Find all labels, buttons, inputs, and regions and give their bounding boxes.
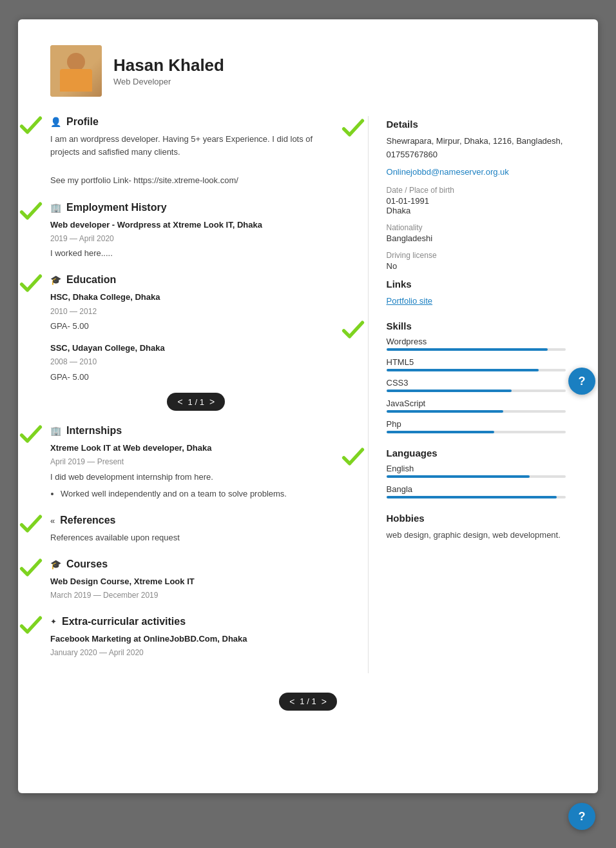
education-icon: 🎓 — [50, 275, 61, 285]
avatar — [50, 45, 102, 97]
pagination-bottom-label: 1 / 1 — [300, 696, 316, 706]
references-icon: « — [50, 516, 55, 526]
education-body: HSC, Dhaka College, Dhaka 2010 — 2012 GP… — [50, 291, 342, 384]
courses-title: Courses — [66, 558, 108, 570]
skill-name-javascript: JavaScript — [387, 399, 566, 408]
resume-page: Hasan Khaled Web Developer 👤 Profile I a… — [18, 19, 598, 793]
extracurricular-title: Extra-curricular activities — [62, 616, 186, 627]
courses-header: 🎓 Courses — [50, 558, 342, 570]
employment-checkmark — [19, 199, 43, 222]
extracurricular-checkmark — [19, 613, 43, 636]
driving-label: Driving license — [387, 251, 566, 260]
pagination-mid-label: 1 / 1 — [188, 397, 204, 407]
employment-header: 🏢 Employment History — [50, 202, 342, 213]
lang-bar-bg-bangla — [387, 496, 566, 498]
employment-entry: Web developer - Wordpress at Xtreme Look… — [50, 219, 342, 261]
main-layout: 👤 Profile I am an wordpress developer. H… — [50, 116, 566, 673]
profile-body: I am an wordpress developer. Having 5+ y… — [50, 133, 342, 188]
help-button-bottom[interactable]: ? — [568, 803, 595, 830]
internship-job-title: Xtreme Look IT at Web developer, Dhaka — [50, 442, 342, 455]
left-column: 👤 Profile I am an wordpress developer. H… — [50, 116, 342, 673]
extracurricular-activity: Facebook Marketing at OnlineJobBD.Com, D… — [50, 633, 342, 646]
references-section: « References References available upon r… — [50, 515, 342, 544]
employment-desc: I worked here..... — [50, 247, 342, 260]
edu1-title: HSC, Dhaka College, Dhaka — [50, 291, 342, 304]
references-text: References available upon request — [50, 531, 342, 544]
courses-icon: 🎓 — [50, 559, 61, 569]
languages-checkmark — [342, 445, 365, 471]
lang-bar-fill-bangla — [387, 496, 557, 498]
edu1-desc: GPA- 5.00 — [50, 320, 342, 333]
skill-bar-bg-html5 — [387, 369, 566, 371]
lang-english: English — [387, 464, 566, 478]
driving-value: No — [387, 261, 566, 271]
skill-bar-bg-javascript — [387, 410, 566, 413]
internships-icon: 🏢 — [50, 426, 61, 436]
details-title: Details — [387, 119, 566, 130]
education-section: 🎓 Education HSC, Dhaka College, Dhaka 20… — [50, 274, 342, 411]
extracurricular-date: January 2020 — April 2020 — [50, 647, 342, 659]
education-checkmark — [19, 271, 43, 295]
skills-list: Wordpress HTML5 CSS3 — [387, 337, 566, 433]
lang-name-english: English — [387, 464, 566, 473]
edu2-desc: GPA- 5.00 — [50, 371, 342, 384]
extracurricular-body: Facebook Marketing at OnlineJobBD.Com, D… — [50, 633, 342, 659]
skill-html5: HTML5 — [387, 357, 566, 371]
skills-checkmark — [342, 318, 365, 344]
employment-title: Employment History — [66, 202, 167, 213]
details-address: Shewrapara, Mirpur, Dhaka, 1216, Banglad… — [387, 135, 566, 162]
links-title: Links — [387, 279, 566, 290]
pagination-mid-next[interactable]: > — [209, 397, 215, 407]
candidate-name: Hasan Khaled — [113, 55, 224, 75]
skill-name-css3: CSS3 — [387, 378, 566, 388]
references-header: « References — [50, 515, 342, 526]
skill-wordpress: Wordpress — [387, 337, 566, 351]
skill-bar-bg-php — [387, 431, 566, 433]
profile-text2: See my portfolio Link- https://site.xtre… — [50, 174, 342, 187]
dob-date: 01-01-1991 — [387, 196, 430, 206]
skill-name-wordpress: Wordpress — [387, 337, 566, 346]
edu1-date: 2010 — 2012 — [50, 306, 342, 318]
resume-header: Hasan Khaled Web Developer — [50, 45, 566, 97]
right-column: Details Shewrapara, Mirpur, Dhaka, 1216,… — [368, 116, 566, 673]
pagination-bottom-prev[interactable]: < — [289, 696, 294, 707]
details-checkmark — [342, 116, 365, 142]
pagination-mid-container: < 1 / 1 > — [50, 393, 342, 411]
employment-job-title: Web developer - Wordpress at Xtreme Look… — [50, 219, 342, 232]
references-checkmark — [19, 512, 43, 535]
references-body: References available upon request — [50, 531, 342, 544]
courses-body: Web Design Course, Xtreme Look IT March … — [50, 575, 342, 602]
portfolio-link[interactable]: Portfolio site — [387, 296, 433, 306]
edu2-title: SSC, Udayan College, Dhaka — [50, 342, 342, 355]
employment-icon: 🏢 — [50, 202, 61, 213]
pagination-bottom[interactable]: < 1 / 1 > — [279, 693, 337, 711]
courses-section: 🎓 Courses Web Design Course, Xtreme Look… — [50, 558, 342, 602]
profile-text1: I am an wordpress developer. Having 5+ y… — [50, 133, 342, 159]
pagination-mid[interactable]: < 1 / 1 > — [167, 393, 225, 411]
internships-checkmark — [19, 422, 43, 446]
skill-php: Php — [387, 419, 566, 433]
internship-bullet: Worked well independently and on a team … — [61, 488, 342, 500]
lang-name-bangla: Bangla — [387, 484, 566, 494]
extracurricular-header: ✦ Extra-curricular activities — [50, 616, 342, 627]
lang-bar-fill-english — [387, 475, 530, 478]
internships-body: Xtreme Look IT at Web developer, Dhaka A… — [50, 442, 342, 500]
references-title: References — [60, 515, 115, 526]
internship-bullet-list: Worked well independently and on a team … — [50, 488, 342, 500]
edu2-date: 2008 — 2010 — [50, 356, 342, 368]
details-email: Onlinejobbd@nameserver.org.uk — [387, 167, 566, 177]
pagination-bottom-next[interactable]: > — [322, 696, 327, 707]
employment-body: Web developer - Wordpress at Xtreme Look… — [50, 219, 342, 261]
extracurricular-icon: ✦ — [50, 617, 57, 626]
internship-desc: I did web development internship from he… — [50, 471, 342, 484]
dob-label: Date / Place of birth — [387, 186, 566, 195]
pagination-mid-prev[interactable]: < — [177, 397, 182, 407]
courses-checkmark — [19, 556, 43, 579]
extracurricular-section: ✦ Extra-curricular activities Facebook M… — [50, 616, 342, 659]
profile-icon: 👤 — [50, 117, 61, 127]
skill-bar-fill-javascript — [387, 410, 503, 413]
internship-date: April 2019 — Present — [50, 456, 342, 468]
education-header: 🎓 Education — [50, 274, 342, 286]
languages-section: Languages English Bangla — [387, 448, 566, 498]
help-button-main[interactable]: ? — [568, 368, 595, 395]
